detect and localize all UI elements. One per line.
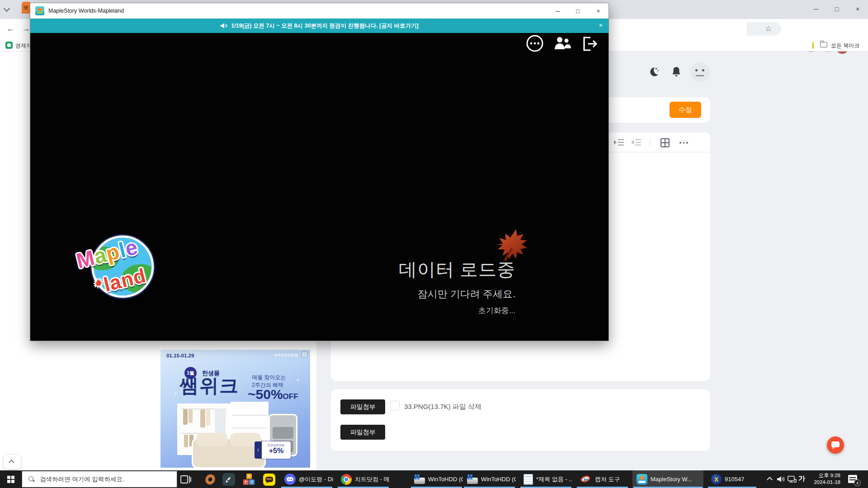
- taskbar-kakaotalk-icon[interactable]: TALK: [261, 473, 277, 486]
- more-tools-icon[interactable]: [679, 142, 688, 144]
- tray-expand-icon[interactable]: [767, 477, 773, 483]
- ad-title: 쌤위크: [179, 373, 239, 399]
- loading-subtitle: 잠시만 기다려 주세요.: [399, 287, 515, 301]
- bookmark-favicon: [5, 42, 13, 49]
- taskbar-app-910547[interactable]: X 910547: [707, 470, 757, 488]
- browser-minimize-button[interactable]: ─: [806, 0, 826, 18]
- ad-coupon-badge: I COUPON+5%: [255, 441, 291, 459]
- discord-icon: [284, 474, 296, 485]
- user-avatar[interactable]: [690, 62, 710, 82]
- taskbar-app-maplestory[interactable]: MapleStory W...: [632, 470, 703, 488]
- chevron-up-icon: [9, 460, 14, 465]
- game-window-controls: ─ □ ×: [547, 3, 609, 19]
- ad-subtitle-1: 매월 찾아오는: [252, 374, 286, 381]
- maintenance-banner: 1/19(금) 오전 7시 ~ 오전 8시 30분까지 점검이 진행됩니다. […: [30, 19, 609, 33]
- ad-discount: ~50%OFF: [248, 387, 298, 402]
- taskbar-app-chrome[interactable]: 치트닷컴 - 메...: [337, 470, 390, 488]
- taskbar-hfc-icon[interactable]: HFC: [241, 473, 257, 486]
- file-attachment-card: 파일첨부 33.PNG(13.7K) 파일 삭제 파일첨부: [331, 389, 710, 451]
- back-button[interactable]: ←: [6, 24, 14, 33]
- taskbar-honeycam-icon[interactable]: [202, 473, 218, 486]
- edit-button[interactable]: 수정: [670, 102, 701, 118]
- ad-brand-logo: HANSSEM: [274, 353, 298, 357]
- taskbar: HFC TALK @이도령 - Di... 치트닷컴 - 메... WinToH…: [0, 470, 868, 488]
- game-title-bar[interactable]: MapleStory Worlds-Mapleland ─ □ ×: [30, 3, 609, 19]
- windows-logo-icon: [7, 476, 14, 483]
- ad-sofa-image: [193, 439, 264, 467]
- mapleland-logo: Maple land: [76, 228, 170, 312]
- all-bookmarks-folder-icon[interactable]: [820, 42, 827, 47]
- browser-close-button[interactable]: ×: [847, 0, 868, 18]
- forward-button[interactable]: →: [22, 24, 30, 33]
- chat-bubble-icon: [831, 441, 840, 447]
- taskbar-app-wintohdd-1[interactable]: WinToHDD (C:): [410, 470, 463, 488]
- clock-date: 2024-01-18: [809, 479, 840, 486]
- bookmark-item[interactable]: 경제지: [15, 42, 32, 50]
- network-icon[interactable]: [788, 476, 797, 483]
- taskbar-app-snippingtool[interactable]: ✂ 캡처 도구: [576, 470, 629, 488]
- volume-icon[interactable]: [777, 475, 785, 483]
- table-icon[interactable]: [660, 138, 670, 147]
- game-window: MapleStory Worlds-Mapleland ─ □ × 1/19(금…: [30, 3, 609, 341]
- browser-window-controls: ─ □ ×: [806, 0, 868, 18]
- ad-date-range: 01.15-01.29: [166, 353, 194, 358]
- scroll-to-top-button[interactable]: [4, 455, 21, 469]
- loading-progress-status: 초기화중...: [399, 305, 515, 316]
- browser-maximize-button[interactable]: □: [826, 0, 847, 18]
- search-icon: [28, 476, 35, 483]
- taskbar-launcher-icon[interactable]: [221, 473, 237, 486]
- maplestory-icon: [637, 474, 647, 485]
- x-app-icon: X: [711, 474, 722, 484]
- chrome-icon: [341, 474, 352, 485]
- rocket-icon: [225, 476, 232, 483]
- delete-file-checkbox[interactable]: [390, 401, 400, 410]
- ad-info-icon[interactable]: i: [302, 352, 307, 357]
- maintenance-notice-link[interactable]: 1/19(금) 오전 7시 ~ 오전 8시 30분까지 점검이 진행됩니다. […: [231, 22, 418, 30]
- search-input[interactable]: [40, 476, 166, 483]
- taskbar-app-wintohdd-2[interactable]: WinToHDD (C:): [463, 470, 516, 488]
- game-close-button[interactable]: ×: [588, 3, 609, 19]
- ad-banner[interactable]: 01.15-01.29 HANSSEM i + + + 1월 한샘몰 쌤위크 매…: [160, 350, 310, 468]
- attach-file-button[interactable]: 파일첨부: [340, 399, 385, 414]
- taskbar-app-notepad[interactable]: *제목 없음 - ...: [519, 470, 572, 488]
- notifications-bell-icon[interactable]: [670, 66, 682, 78]
- banner-close-icon[interactable]: ×: [599, 22, 603, 28]
- game-screen: Maple land 데이터 로드중 잠시만 기다려 주세요. 초기화중...: [30, 33, 609, 341]
- snipping-tool-icon: ✂: [580, 474, 592, 484]
- taskbar-clock[interactable]: 오후 9:28 2024-01-18: [809, 472, 840, 486]
- all-bookmarks-label[interactable]: 모든 북마크: [831, 42, 859, 50]
- indent-decrease-icon[interactable]: [631, 138, 642, 146]
- loading-title: 데이터 로드중: [399, 257, 515, 282]
- tab-search-chevron-icon[interactable]: [4, 5, 10, 12]
- toolbar-divider: [650, 138, 650, 147]
- notification-count-badge: 4: [854, 479, 861, 486]
- game-minimize-button[interactable]: ─: [547, 3, 568, 19]
- game-exit-icon[interactable]: [580, 35, 599, 53]
- taskbar-app-discord[interactable]: @이도령 - Di...: [280, 470, 333, 488]
- game-social-icon[interactable]: [553, 35, 571, 53]
- attached-file-label: 33.PNG(13.7K) 파일 삭제: [404, 403, 481, 411]
- browser-tab-favicon[interactable]: 닷: [22, 2, 30, 14]
- wintohdd-icon: [467, 474, 478, 485]
- notepad-icon: [524, 474, 533, 485]
- indent-increase-icon[interactable]: [613, 138, 624, 146]
- chat-floating-button[interactable]: [827, 436, 844, 454]
- task-view-button[interactable]: [180, 474, 192, 485]
- loading-maple-leaf-icon: [491, 224, 534, 267]
- clock-time: 오후 9:28: [809, 472, 840, 479]
- wintohdd-icon: [414, 474, 425, 485]
- game-app-icon: [35, 6, 44, 15]
- megaphone-icon: [220, 23, 227, 29]
- address-bar-end[interactable]: [747, 22, 781, 36]
- dark-mode-icon[interactable]: [648, 66, 660, 78]
- loading-status-block: 데이터 로드중 잠시만 기다려 주세요. 초기화중...: [399, 257, 515, 316]
- ime-indicator[interactable]: 가: [798, 474, 805, 483]
- notification-center-button[interactable]: 4: [848, 474, 859, 485]
- start-button[interactable]: [0, 470, 22, 488]
- game-maximize-button[interactable]: □: [568, 3, 588, 19]
- attach-file-button-2[interactable]: 파일첨부: [340, 425, 385, 440]
- game-menu-icon[interactable]: [525, 34, 544, 53]
- desktop: 닷 ─ □ × ← → ☆ 경제지 모든 북마크 수정: [0, 0, 868, 488]
- bookmark-star-icon[interactable]: ☆: [765, 24, 772, 33]
- game-window-title: MapleStory Worlds-Mapleland: [48, 8, 124, 14]
